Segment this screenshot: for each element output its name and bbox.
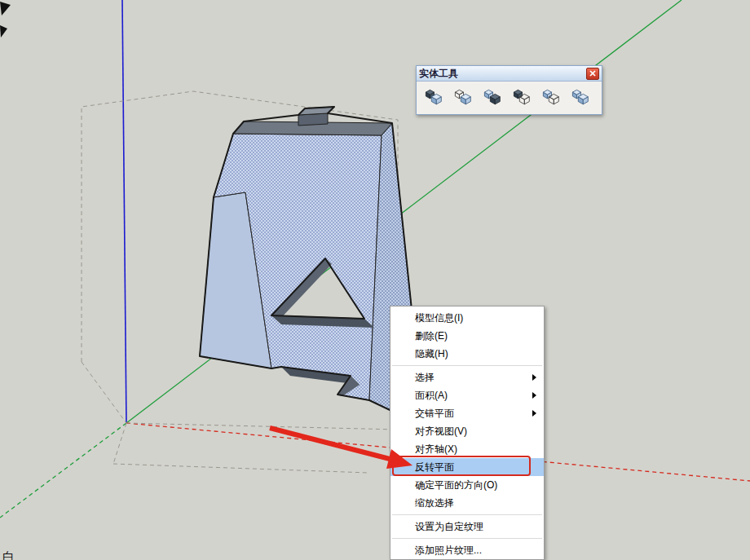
menu-item-area[interactable]: 面积(A) — [390, 386, 544, 404]
viewport-canvas[interactable] — [0, 0, 750, 560]
axis-green-dashed — [0, 423, 126, 518]
menu-item-label: 模型信息(I) — [415, 312, 463, 324]
submenu-arrow-icon — [532, 392, 536, 399]
axis-blue — [122, 0, 126, 423]
solid-tools-toolbar: 实体工具 — [416, 65, 602, 115]
menu-item-label: 反转平面 — [415, 461, 454, 473]
tool-button-subtract[interactable] — [511, 86, 534, 109]
status-partial-text: 白 — [2, 549, 15, 560]
menu-item-make-texture[interactable]: 设置为自定纹理 — [390, 518, 544, 536]
menu-item-hide[interactable]: 隐藏(H) — [390, 345, 544, 363]
menu-item-label: 选择 — [415, 372, 435, 383]
submenu-arrow-icon — [532, 410, 536, 417]
menu-item-label: 对齐轴(X) — [415, 443, 457, 455]
tool-button-union[interactable] — [482, 86, 505, 109]
menu-separator — [392, 365, 542, 366]
menu-item-label: 缩放选择 — [415, 497, 454, 509]
menu-item-label: 删除(E) — [415, 330, 448, 342]
outer-shell-icon — [425, 87, 444, 108]
menu-separator — [392, 538, 542, 539]
menu-item-zoom-selection[interactable]: 缩放选择 — [390, 494, 544, 512]
tool-button-trim[interactable] — [540, 86, 563, 109]
menu-item-label: 交错平面 — [415, 408, 454, 419]
menu-item-reverse-faces[interactable]: 反转平面 — [390, 458, 544, 476]
menu-item-orient-faces[interactable]: 确定平面的方向(O) — [390, 476, 544, 494]
menu-item-label: 对齐视图(V) — [415, 426, 467, 437]
union-icon — [483, 87, 503, 108]
menu-item-delete[interactable]: 删除(E) — [390, 327, 544, 345]
subtract-icon — [513, 87, 532, 108]
menu-item-label: 确定平面的方向(O) — [415, 479, 497, 491]
toolbar-title: 实体工具 — [419, 66, 586, 81]
menu-separator — [392, 514, 542, 515]
context-menu: 模型信息(I)删除(E)隐藏(H)选择面积(A)交错平面对齐视图(V)对齐轴(X… — [390, 306, 545, 560]
close-icon[interactable] — [586, 68, 599, 80]
toolbar-buttons — [417, 82, 602, 114]
tool-button-split[interactable] — [570, 86, 593, 109]
toolbar-titlebar[interactable]: 实体工具 — [417, 66, 602, 82]
model-tab-front — [298, 113, 328, 126]
trim-icon — [542, 87, 562, 108]
tool-button-intersect[interactable] — [452, 86, 475, 109]
menu-item-model-info[interactable]: 模型信息(I) — [390, 309, 544, 327]
tool-button-outer-shell[interactable] — [423, 86, 446, 109]
menu-item-label: 添加照片纹理... — [415, 545, 482, 556]
menu-item-photo-texture[interactable]: 添加照片纹理... — [390, 541, 544, 559]
corner-mark-icon — [0, 2, 11, 37]
menu-item-label: 面积(A) — [415, 390, 448, 401]
split-icon — [571, 87, 591, 108]
menu-item-label: 设置为自定纹理 — [415, 521, 483, 532]
sketchup-window: 实体工具 模型信息(I)删除(E)隐藏(H)选择面积(A)交错平面对齐视图(V)… — [0, 0, 750, 560]
menu-item-align-view[interactable]: 对齐视图(V) — [390, 422, 544, 440]
menu-item-intersect-faces[interactable]: 交错平面 — [390, 404, 544, 422]
menu-item-select[interactable]: 选择 — [390, 368, 544, 386]
submenu-arrow-icon — [532, 374, 536, 381]
intersect-icon — [454, 87, 474, 108]
menu-item-label: 隐藏(H) — [415, 348, 448, 359]
menu-item-align-axes[interactable]: 对齐轴(X) — [390, 440, 544, 458]
